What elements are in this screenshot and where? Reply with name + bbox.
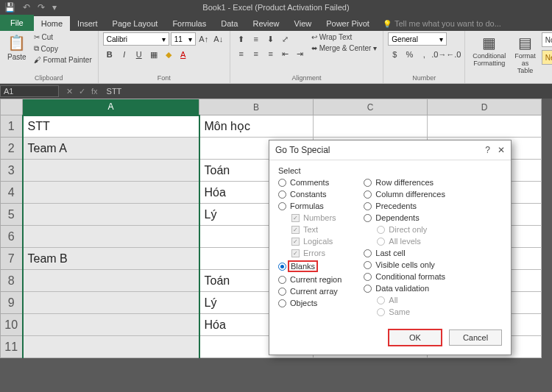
increase-decimal-icon[interactable]: .0→ [432,48,445,61]
radio-objects[interactable]: Objects [278,299,342,307]
radio-conditional-formats[interactable]: Conditional formats [364,272,445,281]
column-header-b[interactable]: B [199,99,314,115]
column-header-d[interactable]: D [428,99,542,115]
cell[interactable] [23,314,199,336]
close-icon[interactable]: ✕ [498,145,505,155]
row-header[interactable]: 8 [1,270,23,292]
border-button[interactable]: ▦ [147,48,160,61]
font-color-button[interactable]: A [177,48,190,61]
align-top-icon[interactable]: ⬆ [235,32,248,46]
row-header[interactable]: 6 [1,226,23,248]
row-header[interactable]: 2 [1,138,23,160]
tab-insert[interactable]: Insert [70,16,105,31]
formula-input[interactable]: STT [102,87,552,96]
cell[interactable] [314,115,428,138]
cell[interactable]: Môn học [199,115,314,138]
enter-formula-icon[interactable]: ✓ [79,87,85,96]
radio-current-array[interactable]: Current array [278,287,342,296]
radio-visible-cells[interactable]: Visible cells only [364,260,445,269]
radio-current-region[interactable]: Current region [278,275,342,284]
radio-blanks[interactable]: Blanks [278,260,342,272]
paste-button[interactable]: 📋 Paste [4,32,29,63]
font-size-select[interactable]: 11▾ [171,32,196,46]
tell-me-search[interactable]: 💡 Tell me what you want to do... [377,16,507,31]
radio-comments[interactable]: Comments [278,178,342,187]
select-all-corner[interactable] [1,99,23,115]
row-header[interactable]: 10 [1,314,23,336]
cell[interactable] [23,182,199,204]
wrap-text-button[interactable]: ↩Wrap Text [310,32,379,42]
cell[interactable] [23,160,199,182]
align-center-icon[interactable]: ≡ [250,47,263,60]
increase-font-icon[interactable]: A↑ [197,32,210,46]
cut-button[interactable]: ✂Cut [32,32,93,42]
comma-icon[interactable]: , [417,48,431,61]
row-header[interactable]: 3 [1,160,23,182]
tab-view[interactable]: View [287,16,319,31]
row-header[interactable]: 1 [1,115,23,138]
cell[interactable] [23,226,199,248]
cell[interactable] [23,270,199,292]
cell-style-neutral[interactable]: Neutral [542,50,552,65]
dialog-titlebar[interactable]: Go To Special ? ✕ [269,140,511,160]
tab-home[interactable]: Home [34,16,70,31]
align-middle-icon[interactable]: ≡ [250,32,263,46]
row-header[interactable]: 9 [1,292,23,314]
ok-button[interactable]: OK [389,329,442,346]
radio-dependents[interactable]: Dependents [364,213,445,222]
row-header[interactable]: 11 [1,336,23,358]
percent-icon[interactable]: % [403,48,416,61]
name-box[interactable]: A1 [0,85,59,97]
fx-icon[interactable]: fx [91,87,98,96]
radio-precedents[interactable]: Precedents [364,202,445,210]
undo-icon[interactable]: ↶ [23,2,30,13]
column-header-c[interactable]: C [314,99,428,115]
indent-increase-icon[interactable]: ⇥ [294,47,307,60]
tab-formulas[interactable]: Formulas [165,16,213,31]
radio-column-differences[interactable]: Column differences [364,190,445,199]
decrease-font-icon[interactable]: A↓ [212,32,225,46]
cell-style-normal[interactable]: Normal [542,32,552,47]
help-icon[interactable]: ? [485,145,490,155]
cell[interactable] [23,292,199,314]
format-painter-button[interactable]: 🖌Format Painter [32,55,93,65]
decrease-decimal-icon[interactable]: ←.0 [447,48,460,61]
cell[interactable] [428,115,542,138]
bold-button[interactable]: B [103,48,116,61]
tab-data[interactable]: Data [213,16,245,31]
tab-file[interactable]: File [0,15,34,31]
cancel-formula-icon[interactable]: ✕ [66,87,73,96]
align-left-icon[interactable]: ≡ [235,47,248,60]
italic-button[interactable]: I [118,48,131,61]
cell[interactable]: Team A [23,138,199,160]
cell[interactable]: Team B [23,248,199,270]
save-icon[interactable]: 💾 [4,2,15,13]
align-right-icon[interactable]: ≡ [264,47,277,60]
number-format-select[interactable]: General▾ [388,32,447,46]
tab-review[interactable]: Review [245,16,286,31]
radio-row-differences[interactable]: Row differences [364,178,445,187]
row-header[interactable]: 7 [1,248,23,270]
format-as-table-button[interactable]: ▤ Format as Table [512,32,539,76]
redo-icon[interactable]: ↷ [38,2,45,13]
row-header[interactable]: 5 [1,204,23,226]
indent-decrease-icon[interactable]: ⇤ [279,47,292,60]
cancel-button[interactable]: Cancel [449,329,502,346]
radio-data-validation[interactable]: Data validation [364,284,445,293]
cell[interactable] [23,336,199,358]
underline-button[interactable]: U [132,48,146,61]
merge-center-button[interactable]: ⬌Merge & Center ▾ [310,43,379,53]
column-header-a[interactable]: A [23,99,199,115]
align-bottom-icon[interactable]: ⬇ [264,32,277,46]
qat-dropdown-icon[interactable]: ▾ [52,2,57,13]
orientation-icon[interactable]: ⤢ [279,32,292,46]
cell[interactable] [23,204,199,226]
radio-last-cell[interactable]: Last cell [364,249,445,257]
font-name-select[interactable]: Calibri▾ [103,32,169,46]
radio-formulas[interactable]: Formulas [278,202,342,210]
cell[interactable]: STT [23,115,199,138]
copy-button[interactable]: ⧉Copy [32,43,93,54]
conditional-formatting-button[interactable]: ▦ Conditional Formatting [470,32,509,69]
tab-power-pivot[interactable]: Power Pivot [319,16,377,31]
tab-page-layout[interactable]: Page Layout [105,16,166,31]
